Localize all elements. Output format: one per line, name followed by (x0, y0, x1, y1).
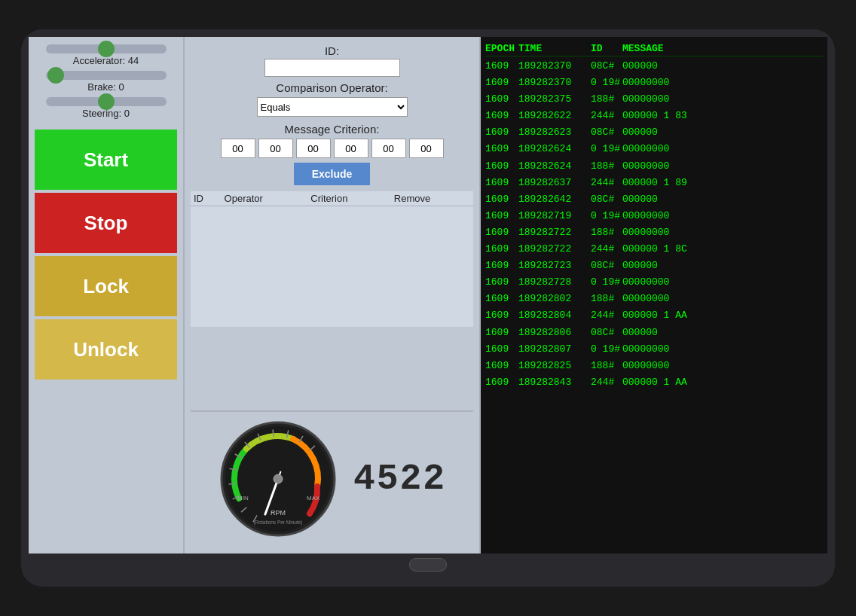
lock-button[interactable]: Lock (35, 256, 177, 316)
t-id: 08C# (591, 191, 618, 208)
t-id: 188# (591, 224, 618, 241)
t-epoch: 1609 (485, 75, 514, 91)
filter-section: ID: Comparison Operator: Equals Not Equa… (191, 44, 473, 410)
brake-thumb[interactable] (47, 67, 64, 84)
svg-line-10 (273, 429, 274, 437)
accelerator-track[interactable] (46, 44, 167, 53)
t-epoch: 1609 (485, 307, 514, 324)
t-msg: 00000000 (622, 274, 823, 291)
criterion-field-4[interactable] (371, 139, 406, 158)
unlock-button[interactable]: Unlock (35, 319, 177, 380)
t-id: 0 19# (591, 208, 618, 224)
t-time: 189282642 (518, 191, 586, 208)
start-button[interactable]: Start (35, 130, 177, 190)
t-time: 189282375 (518, 91, 586, 108)
id-input[interactable] (264, 59, 400, 77)
t-msg: 00000000 (622, 224, 823, 241)
terminal-header: EPOCH TIME ID MESSAGE (485, 43, 823, 56)
steering-slider-container: Steering: 0 (35, 97, 177, 119)
t-epoch: 1609 (485, 124, 514, 141)
filter-table: ID Operator Criterion Remove (191, 191, 473, 327)
terminal-col-epoch: EPOCH (485, 43, 514, 54)
terminal-row: 16091892828070 19#00000000 (485, 341, 823, 358)
t-id: 0 19# (591, 274, 618, 291)
terminal-row: 16091892827280 19#00000000 (485, 274, 823, 291)
t-epoch: 1609 (485, 374, 514, 391)
t-time: 189282806 (518, 325, 586, 341)
terminal-col-message: MESSAGE (622, 43, 823, 54)
t-time: 189282637 (518, 175, 586, 191)
svg-line-5 (228, 483, 236, 484)
home-button[interactable] (409, 558, 447, 572)
stop-button[interactable]: Stop (35, 193, 177, 253)
t-id: 08C# (591, 58, 618, 75)
terminal-row: 16091892823700 19#00000000 (485, 75, 823, 91)
rpm-gauge-svg: MIN MAX RPM (Rotations Per Minute) (218, 419, 338, 539)
terminal-row: 1609189282843244#000000 1 AA (485, 374, 823, 391)
terminal-row: 1609189282375188#00000000 (485, 91, 823, 108)
steering-track[interactable] (46, 97, 167, 106)
steering-thumb[interactable] (98, 93, 115, 110)
t-epoch: 1609 (485, 175, 514, 191)
col-header-criterion: Criterion (307, 191, 391, 206)
terminal-row: 160918928264208C#000000 (485, 191, 823, 208)
terminal-row: 160918928272308C#000000 (485, 258, 823, 274)
t-id: 244# (591, 307, 618, 324)
brake-label: Brake: 0 (87, 81, 124, 93)
t-id: 244# (591, 374, 618, 391)
t-epoch: 1609 (485, 191, 514, 208)
tablet: Accelerator: 44 Brake: 0 Steering: 0 Sta… (21, 29, 835, 587)
t-msg: 000000 (622, 258, 823, 274)
t-time: 189282804 (518, 307, 586, 324)
t-id: 08C# (591, 258, 618, 274)
comparison-operator-label: Comparison Operator: (191, 81, 473, 94)
exclude-button[interactable]: Exclude (294, 163, 371, 185)
screen: Accelerator: 44 Brake: 0 Steering: 0 Sta… (29, 37, 827, 553)
t-epoch: 1609 (485, 58, 514, 75)
t-epoch: 1609 (485, 208, 514, 224)
t-epoch: 1609 (485, 91, 514, 108)
t-id: 188# (591, 91, 618, 108)
col-header-operator: Operator (222, 191, 308, 206)
t-msg: 00000000 (622, 208, 823, 224)
t-msg: 00000000 (622, 91, 823, 108)
terminal-row: 1609189282622244#000000 1 83 (485, 108, 823, 124)
criterion-inputs (191, 139, 473, 158)
terminal-row: 1609189282637244#000000 1 89 (485, 175, 823, 191)
criterion-field-3[interactable] (334, 139, 368, 158)
svg-text:MAX: MAX (307, 495, 320, 502)
criterion-field-2[interactable] (296, 139, 331, 158)
t-time: 189282623 (518, 124, 586, 141)
t-time: 189282624 (518, 141, 586, 157)
comparison-operator-select[interactable]: Equals Not Equals Greater Than Less Than (257, 97, 408, 117)
terminal-row: 160918928280608C#000000 (485, 325, 823, 341)
brake-slider-container: Brake: 0 (35, 71, 177, 93)
criterion-field-1[interactable] (258, 139, 293, 158)
accelerator-slider-container: Accelerator: 44 (35, 44, 177, 66)
t-msg: 00000000 (622, 75, 823, 91)
col-header-id: ID (191, 191, 222, 206)
middle-panel: ID: Comparison Operator: Equals Not Equa… (183, 37, 481, 553)
t-epoch: 1609 (485, 224, 514, 241)
t-id: 244# (591, 241, 618, 258)
t-time: 189282807 (518, 341, 586, 358)
t-time: 189282728 (518, 274, 586, 291)
terminal-col-id: ID (591, 43, 618, 54)
t-epoch: 1609 (485, 291, 514, 307)
accelerator-thumb[interactable] (98, 41, 115, 57)
criterion-field-0[interactable] (221, 139, 255, 158)
t-msg: 000000 1 8C (622, 241, 823, 258)
rpm-value: 4522 (353, 459, 446, 499)
message-criterion-label: Message Criterion: (191, 123, 473, 136)
t-msg: 000000 1 AA (622, 307, 823, 324)
left-panel: Accelerator: 44 Brake: 0 Steering: 0 Sta… (29, 37, 183, 553)
gauge-container: MIN MAX RPM (Rotations Per Minute) (218, 419, 338, 539)
brake-track[interactable] (46, 71, 167, 80)
t-epoch: 1609 (485, 325, 514, 341)
col-header-remove: Remove (391, 191, 473, 206)
criterion-field-5[interactable] (409, 139, 444, 158)
t-id: 0 19# (591, 341, 618, 358)
terminal-col-time: TIME (518, 43, 586, 54)
terminal-row: 160918928262308C#000000 (485, 124, 823, 141)
terminal-row: 16091892826240 19#00000000 (485, 141, 823, 157)
